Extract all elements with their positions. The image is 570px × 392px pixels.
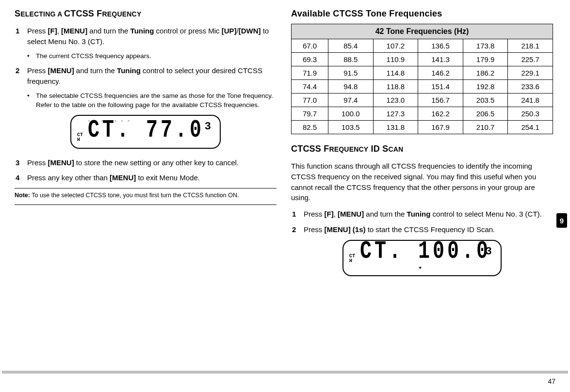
- table-row: 69.388.5110.9141.3179.9225.7: [292, 53, 553, 66]
- table-cell: 79.7: [292, 107, 328, 121]
- table-cell: 225.7: [508, 53, 553, 66]
- table-cell: 123.0: [373, 94, 418, 107]
- idscan-description: This function scans through all CTCSS fr…: [291, 161, 553, 203]
- step-body: Press any key other than [MENU] to exit …: [27, 172, 277, 183]
- table-cell: 74.4: [292, 80, 328, 94]
- step-number: 1: [291, 209, 304, 220]
- table-cell: 167.9: [418, 121, 463, 134]
- step-body: Press [MENU] to store the new setting or…: [27, 157, 277, 168]
- table-cell: 107.2: [373, 39, 418, 53]
- note-ctcss-on: Note: To use the selected CTCSS tone, yo…: [15, 191, 277, 200]
- table-cell: 192.8: [463, 80, 508, 94]
- table-cell: 67.0: [292, 39, 328, 53]
- frequency-table: 42 Tone Frequencies (Hz) 67.085.4107.213…: [291, 24, 553, 134]
- table-cell: 82.5: [292, 121, 328, 134]
- lcd-main-value: CT. 100.0: [360, 239, 491, 264]
- step-number: 1: [15, 26, 27, 47]
- table-cell: 179.9: [463, 53, 508, 66]
- lcd-sub-value: 3: [205, 121, 211, 133]
- table-cell: 127.3: [373, 107, 418, 121]
- divider: [15, 204, 277, 205]
- section-tab-badge: 9: [556, 213, 567, 228]
- table-cell: 97.4: [328, 94, 374, 107]
- scanning-icon: ✦: [349, 265, 491, 270]
- table-cell: 156.7: [418, 94, 463, 107]
- table-cell: 118.8: [373, 80, 418, 94]
- step-number: 3: [15, 157, 27, 168]
- table-cell: 206.5: [463, 107, 508, 121]
- lcd-main-value: CT. 77.0: [88, 118, 204, 143]
- table-cell: 218.1: [508, 39, 553, 53]
- table-cell: 151.4: [418, 80, 463, 94]
- lcd-sub-value: 3: [486, 246, 492, 258]
- lcd-ct-indicator: CTH: [349, 254, 359, 264]
- table-cell: 203.5: [463, 94, 508, 107]
- table-cell: 100.0: [328, 107, 374, 121]
- lcd-display-2: CTH CT. 100.0 3 ✦: [291, 240, 553, 276]
- lcd-display-1: ⌃ ⌃ ⌃ ⌃ ⌃ ⌃ ⌃ CTH CT. 77.0 3: [15, 115, 277, 149]
- step-4: 4 Press any key other than [MENU] to exi…: [15, 172, 277, 183]
- heading-selecting-ctcss: SELECTING A CTCSS FREQUENCY: [15, 9, 277, 19]
- table-cell: 254.1: [508, 121, 553, 134]
- table-row: 79.7100.0127.3162.2206.5250.3: [292, 107, 553, 121]
- table-row: 67.085.4107.2136.5173.8218.1: [292, 39, 553, 53]
- table-cell: 114.8: [373, 66, 418, 80]
- table-cell: 173.8: [463, 39, 508, 53]
- table-cell: 91.5: [328, 66, 374, 80]
- table-cell: 250.3: [508, 107, 553, 121]
- step-number: 2: [291, 224, 304, 235]
- step-number: 4: [15, 172, 27, 183]
- table-cell: 162.2: [418, 107, 463, 121]
- table-cell: 110.9: [373, 53, 418, 66]
- lcd-ct-indicator: CTH: [77, 133, 87, 143]
- bullet-current-freq: • The current CTCSS frequency appears.: [27, 52, 277, 61]
- bullet-selectable-freq: • The selectable CTCSS frequencies are t…: [27, 92, 277, 110]
- table-row: 71.991.5114.8146.2186.2229.1: [292, 66, 553, 80]
- table-cell: 146.2: [418, 66, 463, 80]
- page-number: 47: [548, 377, 555, 385]
- step-1: 1 Press [F], [MENU] and turn the Tuning …: [15, 26, 277, 47]
- table-cell: 94.8: [328, 80, 374, 94]
- table-row: 77.097.4123.0156.7203.5241.8: [292, 94, 553, 107]
- table-cell: 77.0: [292, 94, 328, 107]
- step-3: 3 Press [MENU] to store the new setting …: [15, 157, 277, 168]
- table-row: 82.5103.5131.8167.9210.7254.1: [292, 121, 553, 134]
- table-cell: 136.5: [418, 39, 463, 53]
- table-cell: 69.3: [292, 53, 328, 66]
- step-body: Press [MENU] and turn the Tuning control…: [27, 65, 277, 87]
- heading-ctcss-id-scan: CTCSS FREQUENCY ID SCAN: [291, 144, 553, 154]
- step-body: Press [F], [MENU] and turn the Tuning co…: [304, 209, 553, 220]
- idscan-step-1: 1 Press [F], [MENU] and turn the Tuning …: [291, 209, 553, 220]
- right-column: Available CTCSS Tone Frequencies 42 Tone…: [291, 9, 553, 285]
- idscan-step-2: 2 Press [MENU] (1s) to start the CTCSS F…: [291, 224, 553, 235]
- step-number: 2: [15, 65, 27, 87]
- step-body: Press [F], [MENU] and turn the Tuning co…: [27, 26, 277, 47]
- table-header: 42 Tone Frequencies (Hz): [292, 24, 553, 39]
- table-cell: 210.7: [463, 121, 508, 134]
- table-cell: 141.3: [418, 53, 463, 66]
- footer-bar: [2, 371, 568, 374]
- divider: [15, 188, 277, 188]
- table-cell: 85.4: [328, 39, 374, 53]
- table-cell: 241.8: [508, 94, 553, 107]
- step-2: 2 Press [MENU] and turn the Tuning contr…: [15, 65, 277, 87]
- table-cell: 88.5: [328, 53, 374, 66]
- table-cell: 71.9: [292, 66, 328, 80]
- heading-available-tones: Available CTCSS Tone Frequencies: [291, 9, 553, 19]
- table-cell: 186.2: [463, 66, 508, 80]
- table-row: 74.494.8118.8151.4192.8233.6: [292, 80, 553, 94]
- left-column: SELECTING A CTCSS FREQUENCY 1 Press [F],…: [15, 9, 277, 285]
- table-cell: 229.1: [508, 66, 553, 80]
- step-body: Press [MENU] (1s) to start the CTCSS Fre…: [304, 224, 553, 235]
- table-cell: 233.6: [508, 80, 553, 94]
- table-cell: 131.8: [373, 121, 418, 134]
- table-cell: 103.5: [328, 121, 374, 134]
